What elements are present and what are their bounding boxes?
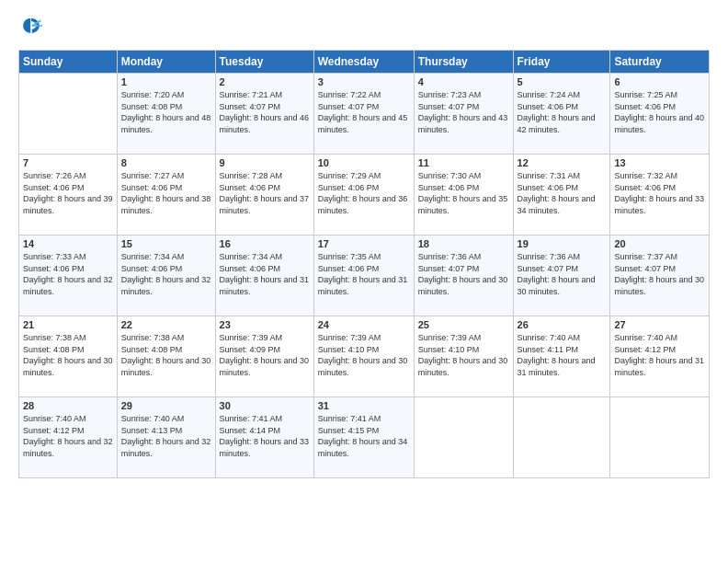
calendar-cell: 13Sunrise: 7:32 AMSunset: 4:06 PMDayligh… <box>610 155 710 236</box>
day-number: 17 <box>318 238 410 249</box>
day-info: Sunrise: 7:41 AMSunset: 4:14 PMDaylight:… <box>220 413 310 459</box>
weekday-header: Tuesday <box>215 51 313 74</box>
calendar-cell <box>513 397 610 478</box>
calendar-cell: 14Sunrise: 7:33 AMSunset: 4:06 PMDayligh… <box>19 236 118 316</box>
day-number: 2 <box>220 76 310 87</box>
logo-icon <box>20 15 42 37</box>
day-info: Sunrise: 7:25 AMSunset: 4:06 PMDaylight:… <box>614 89 705 135</box>
weekday-header: Thursday <box>414 51 513 74</box>
weekday-header: Friday <box>513 51 610 74</box>
calendar-cell <box>414 397 513 478</box>
day-number: 3 <box>318 76 410 87</box>
day-number: 31 <box>318 400 410 411</box>
calendar-cell: 27Sunrise: 7:40 AMSunset: 4:12 PMDayligh… <box>610 316 710 397</box>
calendar-cell: 17Sunrise: 7:35 AMSunset: 4:06 PMDayligh… <box>313 236 414 316</box>
calendar-cell: 24Sunrise: 7:39 AMSunset: 4:10 PMDayligh… <box>313 316 414 397</box>
day-info: Sunrise: 7:34 AMSunset: 4:06 PMDaylight:… <box>121 251 211 297</box>
calendar-cell: 12Sunrise: 7:31 AMSunset: 4:06 PMDayligh… <box>513 155 610 236</box>
calendar-header: SundayMondayTuesdayWednesdayThursdayFrid… <box>19 51 710 74</box>
day-info: Sunrise: 7:40 AMSunset: 4:12 PMDaylight:… <box>23 413 113 459</box>
header-row: SundayMondayTuesdayWednesdayThursdayFrid… <box>19 51 710 74</box>
day-number: 11 <box>418 157 509 168</box>
calendar-cell: 31Sunrise: 7:41 AMSunset: 4:15 PMDayligh… <box>313 397 414 478</box>
day-number: 20 <box>614 238 705 249</box>
day-info: Sunrise: 7:22 AMSunset: 4:07 PMDaylight:… <box>318 89 410 135</box>
day-info: Sunrise: 7:26 AMSunset: 4:06 PMDaylight:… <box>23 170 113 216</box>
day-info: Sunrise: 7:20 AMSunset: 4:08 PMDaylight:… <box>121 89 211 135</box>
calendar-cell: 1Sunrise: 7:20 AMSunset: 4:08 PMDaylight… <box>117 74 215 155</box>
day-info: Sunrise: 7:27 AMSunset: 4:06 PMDaylight:… <box>121 170 211 216</box>
calendar-cell: 29Sunrise: 7:40 AMSunset: 4:13 PMDayligh… <box>117 397 215 478</box>
day-number: 15 <box>121 238 211 249</box>
calendar-week-row: 7Sunrise: 7:26 AMSunset: 4:06 PMDaylight… <box>19 155 710 236</box>
weekday-header: Saturday <box>610 51 710 74</box>
day-number: 21 <box>23 319 113 330</box>
day-info: Sunrise: 7:41 AMSunset: 4:15 PMDaylight:… <box>318 413 410 459</box>
calendar-cell: 3Sunrise: 7:22 AMSunset: 4:07 PMDaylight… <box>313 74 414 155</box>
calendar-cell: 19Sunrise: 7:36 AMSunset: 4:07 PMDayligh… <box>513 236 610 316</box>
calendar-cell: 8Sunrise: 7:27 AMSunset: 4:06 PMDaylight… <box>117 155 215 236</box>
day-number: 6 <box>614 76 705 87</box>
day-number: 16 <box>220 238 310 249</box>
logo <box>18 15 42 40</box>
day-info: Sunrise: 7:21 AMSunset: 4:07 PMDaylight:… <box>220 89 310 135</box>
day-info: Sunrise: 7:28 AMSunset: 4:06 PMDaylight:… <box>220 170 310 216</box>
calendar-cell: 28Sunrise: 7:40 AMSunset: 4:12 PMDayligh… <box>19 397 118 478</box>
day-number: 8 <box>121 157 211 168</box>
calendar-cell: 30Sunrise: 7:41 AMSunset: 4:14 PMDayligh… <box>215 397 313 478</box>
calendar-body: 1Sunrise: 7:20 AMSunset: 4:08 PMDaylight… <box>19 74 710 478</box>
day-info: Sunrise: 7:31 AMSunset: 4:06 PMDaylight:… <box>518 170 607 216</box>
day-number: 14 <box>23 238 113 249</box>
day-info: Sunrise: 7:39 AMSunset: 4:10 PMDaylight:… <box>418 332 509 378</box>
day-info: Sunrise: 7:39 AMSunset: 4:09 PMDaylight:… <box>220 332 310 378</box>
day-info: Sunrise: 7:30 AMSunset: 4:06 PMDaylight:… <box>418 170 509 216</box>
day-number: 23 <box>220 319 310 330</box>
day-number: 19 <box>518 238 607 249</box>
calendar-cell: 22Sunrise: 7:38 AMSunset: 4:08 PMDayligh… <box>117 316 215 397</box>
day-number: 10 <box>318 157 410 168</box>
page-container: SundayMondayTuesdayWednesdayThursdayFrid… <box>0 0 728 488</box>
day-info: Sunrise: 7:36 AMSunset: 4:07 PMDaylight:… <box>418 251 509 297</box>
day-number: 13 <box>614 157 705 168</box>
day-info: Sunrise: 7:24 AMSunset: 4:06 PMDaylight:… <box>518 89 607 135</box>
day-number: 12 <box>518 157 607 168</box>
calendar-cell: 21Sunrise: 7:38 AMSunset: 4:08 PMDayligh… <box>19 316 118 397</box>
day-number: 24 <box>318 319 410 330</box>
day-info: Sunrise: 7:38 AMSunset: 4:08 PMDaylight:… <box>121 332 211 378</box>
calendar-cell: 2Sunrise: 7:21 AMSunset: 4:07 PMDaylight… <box>215 74 313 155</box>
day-info: Sunrise: 7:40 AMSunset: 4:12 PMDaylight:… <box>614 332 705 378</box>
calendar-cell: 20Sunrise: 7:37 AMSunset: 4:07 PMDayligh… <box>610 236 710 316</box>
day-number: 25 <box>418 319 509 330</box>
calendar-cell: 15Sunrise: 7:34 AMSunset: 4:06 PMDayligh… <box>117 236 215 316</box>
calendar-cell: 7Sunrise: 7:26 AMSunset: 4:06 PMDaylight… <box>19 155 118 236</box>
calendar-cell: 16Sunrise: 7:34 AMSunset: 4:06 PMDayligh… <box>215 236 313 316</box>
calendar-cell: 26Sunrise: 7:40 AMSunset: 4:11 PMDayligh… <box>513 316 610 397</box>
day-number: 4 <box>418 76 509 87</box>
day-number: 26 <box>518 319 607 330</box>
day-info: Sunrise: 7:39 AMSunset: 4:10 PMDaylight:… <box>318 332 410 378</box>
day-number: 28 <box>23 400 113 411</box>
day-info: Sunrise: 7:36 AMSunset: 4:07 PMDaylight:… <box>518 251 607 297</box>
day-info: Sunrise: 7:32 AMSunset: 4:06 PMDaylight:… <box>614 170 705 216</box>
calendar-cell: 23Sunrise: 7:39 AMSunset: 4:09 PMDayligh… <box>215 316 313 397</box>
day-number: 9 <box>220 157 310 168</box>
day-info: Sunrise: 7:35 AMSunset: 4:06 PMDaylight:… <box>318 251 410 297</box>
day-info: Sunrise: 7:38 AMSunset: 4:08 PMDaylight:… <box>23 332 113 378</box>
calendar-week-row: 14Sunrise: 7:33 AMSunset: 4:06 PMDayligh… <box>19 236 710 316</box>
day-number: 30 <box>220 400 310 411</box>
calendar-cell: 10Sunrise: 7:29 AMSunset: 4:06 PMDayligh… <box>313 155 414 236</box>
calendar-week-row: 28Sunrise: 7:40 AMSunset: 4:12 PMDayligh… <box>19 397 710 478</box>
header <box>18 15 710 40</box>
day-number: 27 <box>614 319 705 330</box>
day-info: Sunrise: 7:33 AMSunset: 4:06 PMDaylight:… <box>23 251 113 297</box>
calendar-table: SundayMondayTuesdayWednesdayThursdayFrid… <box>18 50 710 478</box>
calendar-cell: 6Sunrise: 7:25 AMSunset: 4:06 PMDaylight… <box>610 74 710 155</box>
calendar-week-row: 21Sunrise: 7:38 AMSunset: 4:08 PMDayligh… <box>19 316 710 397</box>
calendar-week-row: 1Sunrise: 7:20 AMSunset: 4:08 PMDaylight… <box>19 74 710 155</box>
day-info: Sunrise: 7:40 AMSunset: 4:11 PMDaylight:… <box>518 332 607 378</box>
day-number: 22 <box>121 319 211 330</box>
calendar-cell: 18Sunrise: 7:36 AMSunset: 4:07 PMDayligh… <box>414 236 513 316</box>
day-number: 18 <box>418 238 509 249</box>
day-info: Sunrise: 7:34 AMSunset: 4:06 PMDaylight:… <box>220 251 310 297</box>
day-info: Sunrise: 7:37 AMSunset: 4:07 PMDaylight:… <box>614 251 705 297</box>
